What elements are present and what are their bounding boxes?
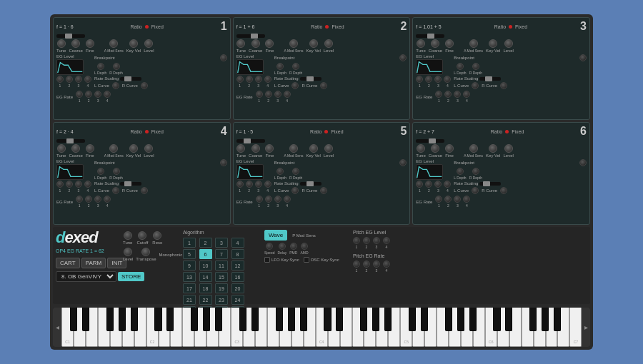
op4-amod[interactable] — [109, 144, 118, 153]
black-key-3-4[interactable] — [372, 308, 379, 331]
black-key-0-5[interactable] — [131, 308, 138, 331]
osc-key-sync-checkbox[interactable] — [304, 257, 309, 263]
preset-select[interactable]: 8. OB GenVIVY — [56, 271, 116, 282]
op3-eg2[interactable] — [425, 76, 432, 83]
op2-coarse-knob[interactable] — [251, 39, 260, 48]
op4-fine[interactable] — [86, 144, 94, 153]
black-key-0-3[interactable] — [106, 308, 114, 331]
black-key-3-3[interactable] — [360, 308, 367, 331]
op4-tune[interactable] — [57, 144, 66, 153]
op5-fine[interactable] — [265, 144, 274, 153]
pitch-eg-r2[interactable] — [363, 261, 370, 268]
op1-eg1-knob[interactable] — [56, 76, 64, 83]
op6-tune[interactable] — [417, 144, 425, 153]
pitch-eg-l1[interactable] — [353, 237, 360, 244]
black-key-5-4[interactable] — [542, 308, 549, 331]
algo-btn-9[interactable]: 9 — [183, 261, 196, 271]
op2-eg1-knob[interactable] — [236, 76, 244, 83]
black-key-3-1[interactable] — [336, 308, 343, 331]
op2-tune-knob[interactable] — [236, 39, 245, 48]
op6-er1[interactable] — [435, 196, 442, 203]
pitch-eg-l2[interactable] — [363, 237, 370, 244]
cart-button[interactable]: CART — [56, 258, 80, 268]
op2-egrate2-knob[interactable] — [265, 91, 272, 98]
black-key-2-4[interactable] — [288, 308, 295, 331]
op6-rcurve[interactable] — [500, 187, 507, 194]
op1-rcurve-knob[interactable] — [141, 82, 148, 89]
op5-er1[interactable] — [256, 196, 263, 203]
op2-bp-knob[interactable] — [399, 54, 407, 61]
black-key-4-1[interactable] — [421, 308, 428, 331]
black-key-1-0[interactable] — [154, 308, 161, 331]
op6-coarse[interactable] — [431, 144, 439, 153]
reso-knob[interactable] — [153, 231, 161, 240]
pitch-eg-l4[interactable] — [383, 237, 390, 244]
parm-button[interactable]: PARM — [81, 258, 106, 268]
op1-fine-knob[interactable] — [86, 39, 94, 48]
black-key-2-1[interactable] — [251, 308, 259, 331]
op6-slider[interactable] — [416, 139, 444, 143]
op5-er2[interactable] — [265, 196, 272, 203]
op5-er4[interactable] — [284, 196, 291, 203]
algo-btn-14[interactable]: 14 — [199, 272, 212, 282]
op2-level-knob[interactable] — [324, 39, 333, 48]
op2-rs-slider[interactable] — [300, 77, 322, 81]
lfo-amd-knob[interactable] — [301, 243, 308, 250]
op6-fine[interactable] — [445, 144, 454, 153]
op4-ldepth[interactable] — [97, 168, 104, 175]
algo-btn-11[interactable]: 11 — [215, 261, 228, 271]
op2-amod-knob[interactable] — [289, 39, 298, 48]
algo-btn-21[interactable]: 21 — [183, 295, 196, 305]
lfo-pmd-knob[interactable] — [290, 243, 297, 250]
op3-level-knob[interactable] — [504, 39, 513, 48]
op6-eg4[interactable] — [444, 181, 451, 188]
op4-keyvel[interactable] — [129, 144, 138, 153]
op5-slider[interactable] — [236, 139, 265, 143]
black-key-1-3[interactable] — [191, 308, 198, 331]
algo-btn-20[interactable]: 20 — [231, 283, 244, 293]
black-key-1-1[interactable] — [166, 308, 174, 331]
op4-rs[interactable] — [120, 182, 141, 186]
op5-rdepth[interactable] — [292, 168, 299, 175]
algo-btn-17[interactable]: 17 — [183, 283, 196, 293]
algo-btn-18[interactable]: 18 — [199, 283, 212, 293]
lfo-delay-knob[interactable] — [279, 243, 286, 250]
op5-rs[interactable] — [300, 182, 322, 186]
black-key-5-0[interactable] — [493, 308, 500, 331]
op4-rdepth[interactable] — [113, 168, 120, 175]
algo-btn-1[interactable]: 1 — [183, 238, 196, 248]
op6-rdepth[interactable] — [472, 168, 479, 175]
op6-eg1[interactable] — [416, 181, 423, 188]
op6-ldepth[interactable] — [457, 168, 464, 175]
op1-rs-slider[interactable] — [120, 77, 141, 81]
algo-btn-2[interactable]: 2 — [199, 238, 212, 248]
op5-eg2[interactable] — [246, 181, 253, 188]
op1-amod-knob[interactable] — [109, 39, 118, 48]
op4-er2[interactable] — [85, 196, 92, 203]
op3-coarse-knob[interactable] — [431, 39, 439, 48]
op2-keyvel-knob[interactable] — [309, 39, 318, 48]
op4-slider[interactable] — [56, 139, 85, 143]
op6-level[interactable] — [504, 144, 513, 153]
op1-coarse-knob[interactable] — [71, 39, 80, 48]
op6-er4[interactable] — [463, 196, 470, 203]
op6-eg2[interactable] — [425, 181, 432, 188]
global-level-knob[interactable] — [124, 248, 132, 256]
algo-btn-24[interactable]: 24 — [231, 295, 244, 305]
algo-btn-3[interactable]: 3 — [215, 238, 228, 248]
op1-lcurve-knob[interactable] — [112, 82, 119, 89]
op3-fine-knob[interactable] — [445, 39, 454, 48]
op2-lcurve-knob[interactable] — [291, 82, 299, 89]
cutoff-knob[interactable] — [138, 231, 146, 240]
pitch-eg-r1[interactable] — [353, 261, 360, 268]
algo-btn-15[interactable]: 15 — [215, 272, 228, 282]
op1-keyvel-knob[interactable] — [129, 39, 138, 48]
op4-er3[interactable] — [94, 196, 101, 203]
op3-lcurve[interactable] — [472, 82, 479, 89]
algo-btn-23[interactable]: 23 — [215, 295, 228, 305]
op4-eg3[interactable] — [75, 181, 82, 188]
black-key-2-3[interactable] — [276, 308, 283, 331]
op6-eg3[interactable] — [434, 181, 442, 188]
op4-eg2[interactable] — [66, 181, 73, 188]
op4-er4[interactable] — [104, 196, 111, 203]
